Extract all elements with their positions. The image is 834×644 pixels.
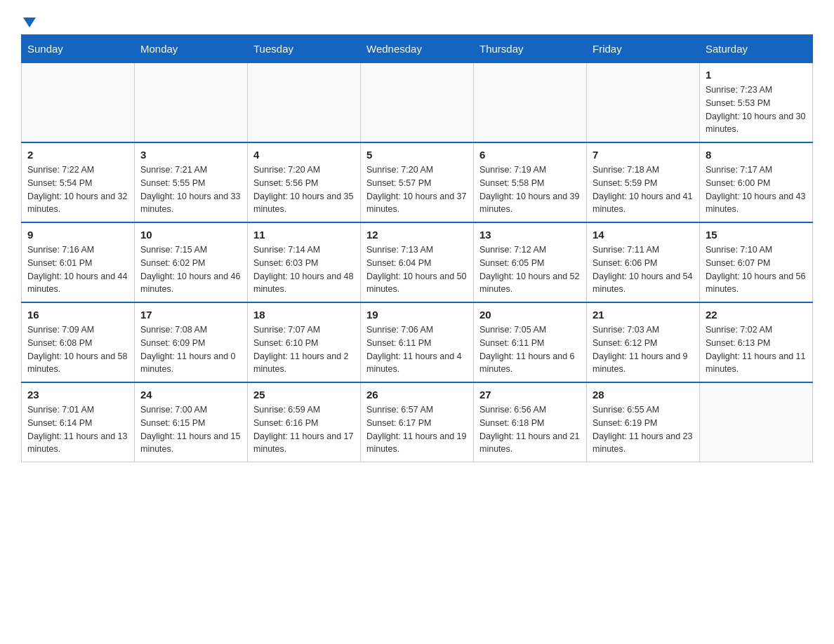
day-number: 19 xyxy=(366,309,468,321)
calendar-cell xyxy=(587,62,700,142)
day-info: Sunrise: 7:03 AMSunset: 6:12 PMDaylight:… xyxy=(593,323,694,376)
day-info: Sunrise: 7:20 AMSunset: 5:56 PMDaylight:… xyxy=(253,163,355,216)
day-info: Sunrise: 6:55 AMSunset: 6:19 PMDaylight:… xyxy=(593,403,694,456)
calendar-cell: 12Sunrise: 7:13 AMSunset: 6:04 PMDayligh… xyxy=(361,222,474,302)
calendar-cell: 8Sunrise: 7:17 AMSunset: 6:00 PMDaylight… xyxy=(700,142,813,222)
day-info: Sunrise: 7:05 AMSunset: 6:11 PMDaylight:… xyxy=(479,323,581,376)
day-number: 24 xyxy=(140,389,241,401)
day-info: Sunrise: 7:11 AMSunset: 6:06 PMDaylight:… xyxy=(593,243,694,296)
calendar-cell xyxy=(700,382,813,462)
weekday-header-friday: Friday xyxy=(587,35,700,62)
day-number: 28 xyxy=(593,389,694,401)
calendar-cell: 25Sunrise: 6:59 AMSunset: 6:16 PMDayligh… xyxy=(248,382,361,462)
day-number: 6 xyxy=(479,149,581,161)
calendar-cell: 5Sunrise: 7:20 AMSunset: 5:57 PMDaylight… xyxy=(361,142,474,222)
day-number: 25 xyxy=(253,389,355,401)
calendar-cell: 7Sunrise: 7:18 AMSunset: 5:59 PMDaylight… xyxy=(587,142,700,222)
calendar-cell xyxy=(135,62,248,142)
calendar-cell: 14Sunrise: 7:11 AMSunset: 6:06 PMDayligh… xyxy=(587,222,700,302)
calendar-cell: 23Sunrise: 7:01 AMSunset: 6:14 PMDayligh… xyxy=(22,382,135,462)
calendar-cell: 26Sunrise: 6:57 AMSunset: 6:17 PMDayligh… xyxy=(361,382,474,462)
day-info: Sunrise: 7:10 AMSunset: 6:07 PMDaylight:… xyxy=(706,243,807,296)
calendar-week-2: 2Sunrise: 7:22 AMSunset: 5:54 PMDaylight… xyxy=(22,142,813,222)
calendar-cell: 2Sunrise: 7:22 AMSunset: 5:54 PMDaylight… xyxy=(22,142,135,222)
day-info: Sunrise: 7:21 AMSunset: 5:55 PMDaylight:… xyxy=(140,163,241,216)
calendar-cell: 3Sunrise: 7:21 AMSunset: 5:55 PMDaylight… xyxy=(135,142,248,222)
day-info: Sunrise: 7:02 AMSunset: 6:13 PMDaylight:… xyxy=(706,323,807,376)
day-number: 27 xyxy=(479,389,581,401)
calendar-week-1: 1Sunrise: 7:23 AMSunset: 5:53 PMDaylight… xyxy=(22,62,813,142)
day-number: 10 xyxy=(140,229,241,241)
calendar-cell: 11Sunrise: 7:14 AMSunset: 6:03 PMDayligh… xyxy=(248,222,361,302)
day-info: Sunrise: 7:15 AMSunset: 6:02 PMDaylight:… xyxy=(140,243,241,296)
day-number: 2 xyxy=(27,149,128,161)
day-info: Sunrise: 6:59 AMSunset: 6:16 PMDaylight:… xyxy=(253,403,355,456)
day-info: Sunrise: 7:08 AMSunset: 6:09 PMDaylight:… xyxy=(140,323,241,376)
day-number: 11 xyxy=(253,229,355,241)
day-info: Sunrise: 7:17 AMSunset: 6:00 PMDaylight:… xyxy=(706,163,807,216)
day-info: Sunrise: 7:13 AMSunset: 6:04 PMDaylight:… xyxy=(366,243,468,296)
day-number: 12 xyxy=(366,229,468,241)
day-info: Sunrise: 7:14 AMSunset: 6:03 PMDaylight:… xyxy=(253,243,355,296)
day-number: 4 xyxy=(253,149,355,161)
weekday-header-wednesday: Wednesday xyxy=(361,35,474,62)
weekday-header-thursday: Thursday xyxy=(474,35,587,62)
day-number: 26 xyxy=(366,389,468,401)
calendar-cell xyxy=(474,62,587,142)
day-info: Sunrise: 7:09 AMSunset: 6:08 PMDaylight:… xyxy=(27,323,128,376)
day-number: 23 xyxy=(27,389,128,401)
calendar-cell xyxy=(22,62,135,142)
day-number: 1 xyxy=(706,69,807,81)
calendar-cell: 24Sunrise: 7:00 AMSunset: 6:15 PMDayligh… xyxy=(135,382,248,462)
calendar-week-4: 16Sunrise: 7:09 AMSunset: 6:08 PMDayligh… xyxy=(22,302,813,382)
calendar-cell: 1Sunrise: 7:23 AMSunset: 5:53 PMDaylight… xyxy=(700,62,813,142)
day-number: 20 xyxy=(479,309,581,321)
calendar-cell: 20Sunrise: 7:05 AMSunset: 6:11 PMDayligh… xyxy=(474,302,587,382)
day-info: Sunrise: 6:57 AMSunset: 6:17 PMDaylight:… xyxy=(366,403,468,456)
day-info: Sunrise: 7:07 AMSunset: 6:10 PMDaylight:… xyxy=(253,323,355,376)
calendar-cell: 16Sunrise: 7:09 AMSunset: 6:08 PMDayligh… xyxy=(22,302,135,382)
weekday-header-tuesday: Tuesday xyxy=(248,35,361,62)
weekday-header-monday: Monday xyxy=(135,35,248,62)
calendar-cell: 13Sunrise: 7:12 AMSunset: 6:05 PMDayligh… xyxy=(474,222,587,302)
day-number: 21 xyxy=(593,309,694,321)
day-number: 7 xyxy=(593,149,694,161)
day-info: Sunrise: 7:00 AMSunset: 6:15 PMDaylight:… xyxy=(140,403,241,456)
calendar-cell xyxy=(248,62,361,142)
day-number: 17 xyxy=(140,309,241,321)
day-number: 14 xyxy=(593,229,694,241)
calendar-cell: 18Sunrise: 7:07 AMSunset: 6:10 PMDayligh… xyxy=(248,302,361,382)
day-info: Sunrise: 7:16 AMSunset: 6:01 PMDaylight:… xyxy=(27,243,128,296)
day-number: 18 xyxy=(253,309,355,321)
calendar-cell: 28Sunrise: 6:55 AMSunset: 6:19 PMDayligh… xyxy=(587,382,700,462)
calendar-cell: 27Sunrise: 6:56 AMSunset: 6:18 PMDayligh… xyxy=(474,382,587,462)
calendar-cell: 22Sunrise: 7:02 AMSunset: 6:13 PMDayligh… xyxy=(700,302,813,382)
calendar-cell: 6Sunrise: 7:19 AMSunset: 5:58 PMDaylight… xyxy=(474,142,587,222)
day-info: Sunrise: 7:20 AMSunset: 5:57 PMDaylight:… xyxy=(366,163,468,216)
svg-marker-0 xyxy=(23,18,36,27)
calendar-week-5: 23Sunrise: 7:01 AMSunset: 6:14 PMDayligh… xyxy=(22,382,813,462)
day-info: Sunrise: 7:01 AMSunset: 6:14 PMDaylight:… xyxy=(27,403,128,456)
calendar-cell: 21Sunrise: 7:03 AMSunset: 6:12 PMDayligh… xyxy=(587,302,700,382)
weekday-header-saturday: Saturday xyxy=(700,35,813,62)
calendar-cell: 19Sunrise: 7:06 AMSunset: 6:11 PMDayligh… xyxy=(361,302,474,382)
calendar-cell: 9Sunrise: 7:16 AMSunset: 6:01 PMDaylight… xyxy=(22,222,135,302)
page-header xyxy=(21,14,813,27)
day-number: 22 xyxy=(706,309,807,321)
day-number: 15 xyxy=(706,229,807,241)
logo-triangle-icon xyxy=(23,18,36,27)
logo xyxy=(21,14,36,27)
day-number: 16 xyxy=(27,309,128,321)
day-info: Sunrise: 6:56 AMSunset: 6:18 PMDaylight:… xyxy=(479,403,581,456)
day-info: Sunrise: 7:19 AMSunset: 5:58 PMDaylight:… xyxy=(479,163,581,216)
day-number: 9 xyxy=(27,229,128,241)
weekday-header-sunday: Sunday xyxy=(22,35,135,62)
calendar-cell: 4Sunrise: 7:20 AMSunset: 5:56 PMDaylight… xyxy=(248,142,361,222)
weekday-header-row: SundayMondayTuesdayWednesdayThursdayFrid… xyxy=(22,35,813,62)
day-info: Sunrise: 7:23 AMSunset: 5:53 PMDaylight:… xyxy=(706,83,807,136)
day-number: 5 xyxy=(366,149,468,161)
calendar-cell: 17Sunrise: 7:08 AMSunset: 6:09 PMDayligh… xyxy=(135,302,248,382)
day-info: Sunrise: 7:22 AMSunset: 5:54 PMDaylight:… xyxy=(27,163,128,216)
calendar-week-3: 9Sunrise: 7:16 AMSunset: 6:01 PMDaylight… xyxy=(22,222,813,302)
day-number: 8 xyxy=(706,149,807,161)
